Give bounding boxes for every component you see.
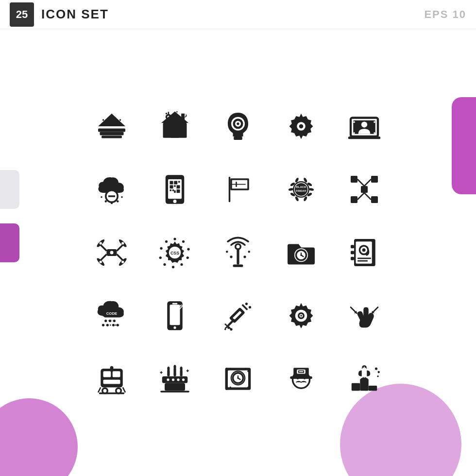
mobile-phone-icon bbox=[151, 291, 199, 340]
online-user-icon bbox=[340, 102, 389, 151]
svg-point-98 bbox=[173, 238, 176, 240]
svg-point-24 bbox=[237, 122, 239, 125]
svg-point-174 bbox=[103, 389, 107, 392]
svg-rect-75 bbox=[361, 186, 368, 193]
svg-point-189 bbox=[172, 378, 174, 381]
svg-text:3: 3 bbox=[372, 382, 374, 385]
svg-text:CODE: CODE bbox=[106, 311, 118, 316]
header: 25 ICON SET EPS 10 bbox=[0, 0, 476, 29]
svg-point-99 bbox=[182, 240, 185, 243]
svg-line-86 bbox=[117, 245, 123, 251]
svg-line-149 bbox=[242, 305, 248, 310]
svg-point-95 bbox=[100, 261, 102, 263]
svg-point-137 bbox=[102, 324, 104, 326]
svg-rect-52 bbox=[172, 189, 174, 191]
svg-point-230 bbox=[378, 371, 380, 373]
black-friday-icon: BLACK FRIDAY bbox=[277, 165, 325, 214]
svg-rect-187 bbox=[165, 383, 185, 391]
svg-rect-76 bbox=[351, 176, 357, 183]
svg-rect-80 bbox=[351, 196, 357, 203]
svg-point-154 bbox=[245, 303, 248, 305]
mind-head-icon bbox=[214, 102, 262, 151]
svg-point-206 bbox=[230, 368, 232, 370]
svg-point-210 bbox=[230, 387, 232, 389]
svg-point-163 bbox=[300, 315, 302, 317]
svg-rect-1 bbox=[100, 132, 124, 135]
svg-rect-0 bbox=[98, 128, 125, 132]
svg-point-130 bbox=[362, 248, 366, 252]
svg-point-184 bbox=[173, 365, 176, 369]
svg-point-35 bbox=[374, 132, 375, 134]
svg-text:FRIDAY: FRIDAY bbox=[296, 189, 306, 192]
pinch-gesture-icon bbox=[340, 291, 389, 340]
svg-point-102 bbox=[180, 263, 183, 266]
svg-point-106 bbox=[160, 247, 162, 250]
svg-point-27 bbox=[299, 124, 304, 129]
svg-text:CSS: CSS bbox=[170, 251, 179, 255]
svg-rect-146 bbox=[172, 303, 178, 305]
svg-point-231 bbox=[377, 375, 379, 377]
svg-rect-12 bbox=[170, 128, 179, 137]
svg-point-94 bbox=[121, 242, 124, 244]
svg-rect-54 bbox=[177, 185, 180, 188]
svg-point-188 bbox=[167, 378, 169, 381]
gear-eye-icon bbox=[277, 291, 325, 340]
svg-rect-47 bbox=[174, 181, 177, 185]
svg-point-115 bbox=[243, 255, 246, 258]
svg-point-183 bbox=[167, 367, 170, 371]
syringe-icon bbox=[214, 291, 262, 340]
folder-clock-icon bbox=[277, 228, 325, 277]
svg-point-34 bbox=[353, 132, 355, 134]
svg-text:1: 1 bbox=[363, 375, 365, 378]
svg-line-87 bbox=[101, 255, 106, 260]
svg-rect-30 bbox=[348, 136, 381, 139]
svg-rect-82 bbox=[371, 196, 378, 203]
train-icon bbox=[87, 355, 136, 403]
svg-rect-170 bbox=[113, 371, 120, 377]
svg-line-83 bbox=[364, 193, 371, 200]
svg-point-105 bbox=[159, 256, 162, 259]
pilgrim-hat-icon bbox=[277, 355, 325, 403]
svg-point-96 bbox=[121, 261, 124, 263]
trophy-steps-icon: 2 1 3 bbox=[340, 355, 389, 403]
svg-rect-50 bbox=[174, 185, 176, 187]
svg-point-6 bbox=[102, 119, 104, 121]
svg-rect-178 bbox=[99, 392, 125, 394]
svg-point-207 bbox=[245, 368, 247, 370]
svg-rect-110 bbox=[237, 248, 239, 264]
svg-rect-169 bbox=[103, 371, 111, 377]
svg-line-152 bbox=[229, 320, 234, 325]
flag-icon bbox=[214, 165, 262, 214]
svg-rect-56 bbox=[229, 177, 231, 203]
bank-icon bbox=[87, 102, 136, 151]
svg-rect-49 bbox=[170, 185, 173, 188]
svg-point-40 bbox=[117, 200, 119, 202]
svg-rect-127 bbox=[351, 257, 354, 260]
svg-point-104 bbox=[163, 263, 166, 266]
css-gear-icon: CSS bbox=[151, 228, 199, 277]
svg-point-8 bbox=[98, 130, 100, 132]
svg-text:BLACK: BLACK bbox=[296, 185, 306, 188]
svg-point-191 bbox=[182, 378, 185, 381]
svg-rect-219 bbox=[299, 371, 304, 372]
drone-icon bbox=[87, 228, 136, 277]
svg-rect-55 bbox=[174, 190, 176, 193]
svg-point-117 bbox=[248, 251, 250, 253]
svg-point-209 bbox=[247, 387, 249, 389]
wifi-antenna-icon bbox=[214, 228, 262, 277]
svg-text:2: 2 bbox=[355, 379, 357, 383]
page-title: ICON SET bbox=[41, 7, 109, 22]
svg-point-100 bbox=[187, 248, 189, 250]
svg-point-190 bbox=[177, 378, 179, 381]
svg-line-85 bbox=[101, 245, 106, 251]
svg-line-177 bbox=[123, 388, 125, 393]
svg-rect-53 bbox=[177, 189, 180, 193]
svg-line-77 bbox=[357, 179, 364, 186]
svg-rect-221 bbox=[360, 379, 369, 391]
svg-rect-15 bbox=[181, 114, 185, 123]
svg-point-185 bbox=[180, 367, 183, 371]
svg-point-123 bbox=[300, 255, 302, 256]
svg-rect-125 bbox=[351, 245, 354, 248]
svg-rect-46 bbox=[170, 181, 173, 185]
svg-point-205 bbox=[237, 377, 239, 379]
